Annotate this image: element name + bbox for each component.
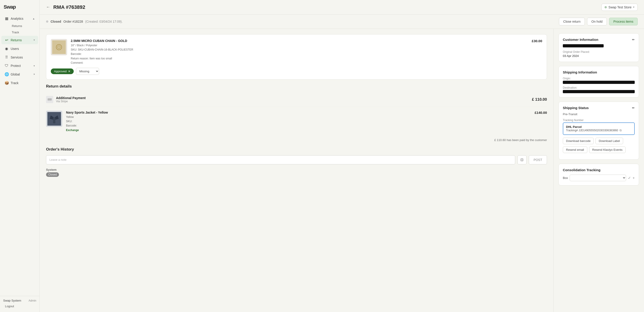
item-details: 2.5MM MICRO CUBAN CHAIN - GOLD 16" / Bla… — [71, 39, 528, 65]
consolidation-select[interactable] — [570, 174, 626, 181]
sidebar: Swap ▦ Analytics ▲ Returns Track ↩ Retur… — [0, 0, 40, 312]
return-details-section: Return details Additional Payment Via St… — [46, 84, 547, 142]
item-actions: Approved ✕ Missing Good Damaged Unopened — [51, 68, 542, 75]
sidebar-item-returns-label: Returns — [11, 38, 22, 42]
shipping-status-header: Shipping Status ✏ — [563, 106, 635, 110]
approved-badge: Approved ✕ — [51, 68, 74, 74]
attach-button[interactable]: ⊡ — [518, 155, 526, 164]
sidebar-sub-returns[interactable]: Returns — [10, 23, 38, 29]
page-title: RMA #763892 — [53, 4, 85, 10]
sidebar-item-users-label: Users — [11, 47, 19, 50]
destination-address-redacted — [563, 90, 635, 93]
app-logo: Swap — [0, 0, 40, 14]
event-author: System Closed — [46, 168, 59, 177]
exchange-item-image — [46, 111, 62, 127]
order-placed-date: 03 Apr 2024 — [563, 54, 635, 58]
main-content: ← RMA #763892 Swap Test Store ▾ Closed O… — [40, 0, 644, 312]
users-icon: ◉ — [4, 46, 8, 51]
process-items-button[interactable]: Process items — [609, 18, 638, 26]
item-barcode-label: Barcode: — [71, 52, 528, 56]
order-history-title: Order's History — [46, 147, 547, 152]
exchange-details: Navy Sports Jacket - Yellow Yellow SKU: … — [66, 111, 531, 132]
sidebar-role: Admin — [28, 299, 36, 302]
consolidation-row: Box ✓ + — [563, 174, 635, 181]
shipping-status-value: Pre-Transit — [563, 112, 635, 116]
shipping-info-header: Shipping Information — [563, 70, 635, 74]
content-main: 2.5MM MICRO CUBAN CHAIN - GOLD 16" / Bla… — [40, 29, 553, 312]
status-dot — [46, 20, 48, 23]
payment-icon — [46, 96, 53, 103]
sidebar-item-protect[interactable]: 🛡 Protect ▾ — [1, 62, 38, 70]
note-input[interactable] — [46, 155, 515, 164]
sidebar-item-returns[interactable]: ↩ Returns ▾ — [1, 36, 38, 44]
tracking-number: Tracking# JJD14905555020303306383860 ⧉ — [566, 128, 632, 132]
sidebar-item-track-label: Track — [11, 81, 18, 85]
store-chevron-icon: ▾ — [633, 6, 634, 8]
sidebar-section-analytics: ▦ Analytics ▲ Returns Track — [0, 14, 40, 35]
status-actions: Close return On hold Process items — [559, 18, 638, 26]
copy-tracking-icon[interactable]: ⧉ — [620, 128, 622, 132]
exchange-item-name: Navy Sports Jacket - Yellow — [66, 111, 531, 114]
event-status-badge: Closed — [46, 172, 59, 177]
sidebar-sub-analytics: Returns Track — [0, 23, 40, 35]
sidebar-item-services[interactable]: ⠿ Services — [1, 53, 38, 62]
tracking-carrier: DHL Parcel — [566, 125, 632, 128]
exchange-item-price: £140.00 — [535, 111, 547, 114]
return-details-title: Return details — [46, 84, 547, 89]
exchange-item-barcode-label: Barcode: — [66, 124, 531, 128]
consolidation-header: Consolidation Tracking — [563, 168, 635, 172]
tracking-btn-group: Download barcode Download Label — [563, 138, 635, 144]
store-status-dot — [604, 6, 607, 8]
on-hold-button[interactable]: On hold — [587, 18, 607, 26]
sidebar-username: Swap System — [3, 299, 21, 302]
consolidation-check-icon[interactable]: ✓ — [628, 176, 631, 180]
store-selector[interactable]: Swap Test Store ▾ — [601, 4, 638, 11]
global-icon: 🌐 — [4, 72, 8, 76]
condition-select[interactable]: Missing Good Damaged Unopened — [76, 68, 99, 75]
order-history-section: Order's History ⊡ POST System Closed — [46, 147, 547, 177]
exchange-item: Navy Sports Jacket - Yellow Yellow SKU: … — [46, 107, 547, 136]
sidebar-footer: Swap System Admin Logout — [0, 296, 40, 312]
sidebar-item-global[interactable]: 🌐 Global ▾ — [1, 70, 38, 78]
event-author-name: System — [46, 168, 59, 172]
customer-info-title: Customer Information — [563, 38, 598, 42]
status-created-date: (Created: 03/04/24 17:09). — [85, 20, 122, 23]
item-comment-label: Comment: — [71, 61, 528, 65]
store-name: Swap Test Store — [608, 6, 632, 9]
resend-email-button[interactable]: Resend email — [563, 146, 587, 153]
topbar: ← RMA #763892 Swap Test Store ▾ — [40, 0, 644, 14]
shipping-status-title: Shipping Status — [563, 106, 589, 110]
tracking-number-value: Tracking# JJD14905555020303306383860 — [566, 129, 618, 132]
customer-info-edit-icon[interactable]: ✏ — [632, 38, 635, 42]
returns-chevron: ▾ — [34, 38, 35, 42]
customer-paid-text: £ 110.60 has been paid by the customer — [46, 138, 547, 142]
approved-check-icon: ✕ — [68, 70, 70, 73]
close-return-button[interactable]: Close return — [559, 18, 585, 26]
download-label-button[interactable]: Download Label — [596, 138, 623, 144]
exchange-badge[interactable]: Exchange — [66, 128, 531, 132]
svg-rect-0 — [52, 40, 66, 54]
sidebar-item-users[interactable]: ◉ Users — [1, 44, 38, 53]
item-sku: SKU: SKU-CUBAN-CHAIN-16-BLACK-POLIESTER — [71, 48, 528, 52]
exchange-item-sku-label: SKU: — [66, 119, 531, 124]
resend-klaviyo-button[interactable]: Resend Klaviyo Events — [589, 146, 626, 153]
item-image — [51, 39, 67, 55]
customer-info-header: Customer Information ✏ — [563, 38, 635, 42]
item-card: 2.5MM MICRO CUBAN CHAIN - GOLD 16" / Bla… — [46, 34, 547, 80]
exchange-item-color: Yellow — [66, 115, 531, 119]
back-button[interactable]: ← — [46, 5, 50, 10]
resend-btn-group: Resend email Resend Klaviyo Events — [563, 146, 635, 153]
status-left: Closed Order #18228 (Created: 03/04/24 1… — [46, 20, 122, 23]
sidebar-sub-track[interactable]: Track — [10, 29, 38, 35]
download-barcode-button[interactable]: Download barcode — [563, 138, 594, 144]
history-event: System Closed — [46, 168, 547, 177]
protect-icon: 🛡 — [4, 64, 8, 68]
exchange-item-meta: Yellow SKU: Barcode: Exchange — [66, 115, 531, 132]
consolidation-plus-icon[interactable]: + — [633, 176, 635, 180]
sidebar-item-analytics[interactable]: ▦ Analytics ▲ — [1, 14, 38, 23]
sidebar-logout[interactable]: Logout — [3, 303, 36, 309]
post-button[interactable]: POST — [529, 155, 547, 164]
sidebar-nav: ▦ Analytics ▲ Returns Track ↩ Returns ▾ … — [0, 14, 40, 296]
sidebar-item-track[interactable]: 📦 Track — [1, 79, 38, 87]
shipping-status-edit-icon[interactable]: ✏ — [632, 106, 635, 110]
